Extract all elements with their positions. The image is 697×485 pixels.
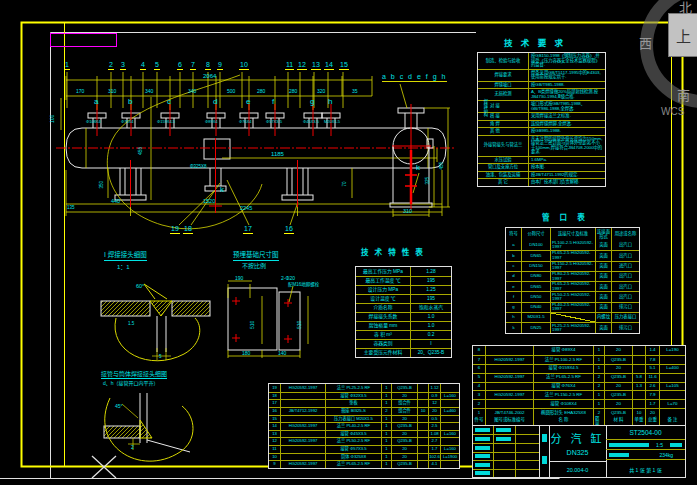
table-cell: 2.6 — [645, 382, 659, 391]
front-view-geometry — [66, 128, 446, 200]
dim: 2 — [131, 445, 134, 450]
nozzle-size: Φ76X4 — [121, 120, 134, 124]
table-cell: 接管 Φ159X4.5 — [533, 364, 593, 373]
table-cell: 1.28 — [410, 267, 451, 276]
compass-north-label[interactable]: 北 — [679, 1, 692, 14]
table-cell: 连续焊缝焊脚,全焊透. — [528, 120, 605, 128]
table-row: eDN65PL65-2.5 HG20592-1997突面出汽口 — [506, 281, 639, 291]
table-row: aDN100PL100-2.5 HG20592-1997突面出汽口 — [506, 240, 639, 250]
characteristics-table: 最高工作压力 MPa1.28最高工作温度 ℃195设计压力 MPa1.25设计温… — [355, 266, 452, 358]
table-cell: L=1900 — [440, 453, 459, 461]
table-cell: 2 — [593, 373, 604, 382]
balloon: 19 — [170, 225, 180, 234]
table-cell: 突面 — [595, 261, 611, 271]
weld-detail-geometry — [101, 284, 210, 361]
dim: 280 — [257, 89, 265, 94]
detail-title: 接管与筒体焊接接头细图 — [101, 371, 167, 379]
table-cell: M20X1.5 — [521, 312, 550, 322]
table-row: 腐蚀裕量 mm1.0 — [356, 321, 451, 330]
table-cell: a — [506, 240, 521, 250]
table-cell: DN150 — [521, 261, 550, 271]
table-row: 11接管 Φ57X3.51201.7L=160 — [269, 445, 459, 453]
table-cell: 按GB/T985-1988. — [528, 81, 605, 89]
angle-label: 45° — [115, 404, 123, 409]
table-cell — [440, 460, 459, 468]
dim: 170 — [76, 89, 84, 94]
table-cell: 组合件 — [391, 399, 417, 407]
table-cell: HG20592-1997 — [485, 355, 533, 364]
table-row: 14HG20592-1997法兰 PL40-2.5 RF1Q235-B2.5 — [269, 422, 459, 430]
dim: 140 — [278, 351, 286, 356]
dim: 340 — [188, 89, 196, 94]
nozzle-letter: a — [94, 98, 98, 106]
table-cell — [417, 384, 428, 392]
table-row: 件号图号或标准编号名 称数量材 料单重总重备 注 — [473, 416, 685, 425]
table-cell: 坡口形式按GB/T985-1988、GB/T986-1988,全焊透. — [528, 100, 605, 112]
table-cell: 突面 — [595, 250, 611, 260]
table-cell: 材 料 — [604, 416, 632, 425]
table-cell: 17 — [269, 399, 280, 407]
grid-line — [493, 426, 494, 477]
table-cell: 接管 Φ89X4 — [533, 346, 593, 355]
table-cell — [417, 453, 428, 461]
table-cell: 排污口 — [611, 322, 639, 332]
table-cell: 接管 Φ32X3.5 — [325, 392, 381, 400]
table-cell — [280, 445, 325, 453]
balloon: 7 — [190, 61, 196, 70]
table-cell: L=460 — [440, 407, 459, 415]
table-cell: 1 — [381, 384, 391, 392]
viewcube-up-face[interactable]: 上 — [668, 13, 697, 57]
table-cell: 突面 — [595, 281, 611, 291]
table-cell: Q235-B — [391, 437, 417, 445]
nozzle-letter: c — [167, 98, 171, 106]
table-cell: 20、Q235-B — [410, 348, 451, 357]
table-row: 管口及支座方位按本图. — [478, 163, 605, 171]
table-cell — [632, 364, 645, 373]
compass-south-label[interactable]: 南 — [677, 89, 690, 102]
balloon: 16 — [284, 225, 294, 234]
table-row: 13接管 Φ45X3.51201.08L=160 — [269, 430, 459, 438]
bom-table-left: 19HG20592-1997法兰 PL25-2.5 RF1Q235-B1.121… — [268, 383, 460, 469]
table-row: 其 它由本厂技术部门负责解释. — [478, 178, 605, 186]
weight-value: 234kg — [659, 452, 673, 458]
table-cell — [550, 312, 595, 322]
table-cell: 组合件 — [391, 407, 417, 415]
table-cell: 突面 — [595, 271, 611, 281]
table-cell: 20 — [391, 392, 417, 400]
label-block — [542, 456, 547, 464]
foundation-geometry — [228, 281, 308, 358]
wcs-indicator[interactable]: WCS — [661, 107, 684, 117]
table-cell: b — [506, 250, 521, 260]
table-cell: DN50 — [521, 291, 550, 301]
signature-block — [609, 453, 629, 457]
balloon: 1 — [64, 61, 70, 70]
table-cell: 1 — [593, 355, 604, 364]
table-row: 19HG20592-1997法兰 PL25-2.5 RF1Q235-B1.12 — [269, 384, 459, 392]
table-row: 9HG20592-1997法兰 PL65-2.5 RF1Q235-B4.1 — [269, 460, 459, 468]
dim: 500 — [227, 89, 235, 94]
dim: 190 — [235, 276, 243, 281]
balloon: 12 — [297, 61, 307, 70]
table-cell: 1.7 — [645, 399, 659, 408]
dim: 455 — [138, 147, 143, 155]
table-cell: 1 — [381, 392, 391, 400]
signature-block — [475, 428, 490, 432]
table-row: 焊缝坡口按GB/T985-1988. — [478, 81, 605, 89]
bolt-note: 配M16地脚螺栓 — [288, 283, 319, 288]
grid-line — [515, 426, 516, 477]
table-cell: 1.0 — [410, 321, 451, 330]
table-row: 焊接接头系数1.0 — [356, 312, 451, 321]
table-cell: 2 — [381, 407, 391, 415]
nozzle-letter: g — [310, 98, 314, 106]
table-cell: L=400 — [659, 364, 685, 373]
table-row: 5HG20592-1997法兰 PL65-2.5 RF2Q235-B5.811.… — [473, 373, 685, 382]
nozzle-letter: h — [328, 98, 332, 106]
table-cell: PL40-2.5 HG20592-1997 — [550, 302, 595, 312]
table-cell: 鞍座 BⅠ325-S — [325, 407, 381, 415]
dim: 180 — [242, 351, 250, 356]
table-row: fDN50PL50-2.5 HG20592-1997突面出汽口 — [506, 291, 639, 301]
table-cell: PL65-2.5 HG20592-1997 — [550, 281, 595, 291]
compass-west-label[interactable]: 西 — [639, 37, 652, 50]
table-cell: 20 — [604, 382, 632, 391]
table-cell — [440, 437, 459, 445]
